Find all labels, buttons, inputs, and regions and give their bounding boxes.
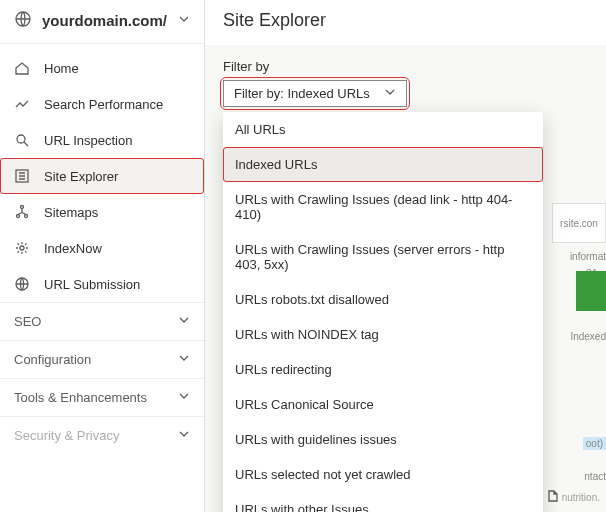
nav-indexnow[interactable]: IndexNow xyxy=(0,230,204,266)
nav-section-label: Tools & Enhancements xyxy=(14,390,147,405)
nav-search-performance[interactable]: Search Performance xyxy=(0,86,204,122)
filter-option[interactable]: Indexed URLs xyxy=(223,147,543,182)
filter-option[interactable]: URLs with other Issues xyxy=(223,492,543,512)
nav-label: IndexNow xyxy=(44,241,102,256)
svg-point-4 xyxy=(17,215,20,218)
search-icon xyxy=(14,132,30,148)
chevron-down-icon xyxy=(178,314,190,329)
filter-option[interactable]: URLs with guidelines issues xyxy=(223,422,543,457)
nav: Home Search Performance URL Inspection S… xyxy=(0,44,204,302)
main: Site Explorer rsite.con informat 31 Inde… xyxy=(205,0,606,512)
nav-label: Sitemaps xyxy=(44,205,98,220)
trend-icon xyxy=(14,96,30,112)
chevron-down-icon xyxy=(178,352,190,367)
sitemap-icon xyxy=(14,204,30,220)
nav-label: Search Performance xyxy=(44,97,163,112)
chevron-down-icon xyxy=(178,390,190,405)
nav-label: URL Submission xyxy=(44,277,140,292)
nav-label: Site Explorer xyxy=(44,169,118,184)
filter-wrap: Filter by: Indexed URLs All URLsIndexed … xyxy=(223,80,407,107)
nav-label: Home xyxy=(44,61,79,76)
bg-indexed-label: Indexed xyxy=(570,331,606,342)
filter-label: Filter by xyxy=(223,59,588,74)
filter-option[interactable]: URLs Canonical Source xyxy=(223,387,543,422)
filter-option[interactable]: All URLs xyxy=(223,112,543,147)
nav-section-seo[interactable]: SEO xyxy=(0,302,204,340)
nav-sitemaps[interactable]: Sitemaps xyxy=(0,194,204,230)
bg-site-card: rsite.con xyxy=(552,203,606,243)
bg-root-label: oot) xyxy=(583,437,606,450)
chevron-down-icon xyxy=(178,13,190,28)
filter-option[interactable]: URLs with Crawling Issues (dead link - h… xyxy=(223,182,543,232)
svg-point-3 xyxy=(21,206,24,209)
domain-selector[interactable]: yourdomain.com/ xyxy=(0,0,204,44)
nav-url-submission[interactable]: URL Submission xyxy=(0,266,204,302)
svg-point-5 xyxy=(25,215,28,218)
nav-section-label: Configuration xyxy=(14,352,91,367)
svg-point-1 xyxy=(17,135,25,143)
bg-nutrition-row: nutrition. xyxy=(548,490,600,504)
nav-section-label: Security & Privacy xyxy=(14,428,119,443)
filter-dropdown-button[interactable]: Filter by: Indexed URLs xyxy=(223,80,407,107)
globe-icon xyxy=(14,276,30,292)
bg-green-bar xyxy=(576,271,606,311)
filter-option[interactable]: URLs selected not yet crawled xyxy=(223,457,543,492)
gear-icon xyxy=(14,240,30,256)
globe-icon xyxy=(14,10,32,31)
nav-section-tools[interactable]: Tools & Enhancements xyxy=(0,378,204,416)
chevron-down-icon xyxy=(178,428,190,443)
nav-label: URL Inspection xyxy=(44,133,132,148)
filter-option[interactable]: URLs with NOINDEX tag xyxy=(223,317,543,352)
bg-contact-label: ntact xyxy=(584,471,606,482)
document-icon xyxy=(548,490,558,504)
filter-option[interactable]: URLs robots.txt disallowed xyxy=(223,282,543,317)
nav-section-security[interactable]: Security & Privacy xyxy=(0,416,204,454)
filter-dropdown-menu: All URLsIndexed URLsURLs with Crawling I… xyxy=(223,112,543,512)
nav-url-inspection[interactable]: URL Inspection xyxy=(0,122,204,158)
content: rsite.con informat 31 Indexed oot) ntact… xyxy=(205,45,606,512)
list-icon xyxy=(14,168,30,184)
bg-info-label: informat xyxy=(570,251,606,262)
nav-section-label: SEO xyxy=(14,314,41,329)
chevron-down-icon xyxy=(384,86,396,101)
home-icon xyxy=(14,60,30,76)
page-title: Site Explorer xyxy=(205,0,606,45)
domain-text: yourdomain.com/ xyxy=(42,12,168,29)
sidebar: yourdomain.com/ Home Search Performance … xyxy=(0,0,205,512)
nav-site-explorer[interactable]: Site Explorer xyxy=(0,158,204,194)
nav-home[interactable]: Home xyxy=(0,50,204,86)
nav-section-configuration[interactable]: Configuration xyxy=(0,340,204,378)
filter-option[interactable]: URLs redirecting xyxy=(223,352,543,387)
filter-button-text: Filter by: Indexed URLs xyxy=(234,86,370,101)
svg-point-6 xyxy=(20,246,24,250)
filter-option[interactable]: URLs with Crawling Issues (server errors… xyxy=(223,232,543,282)
